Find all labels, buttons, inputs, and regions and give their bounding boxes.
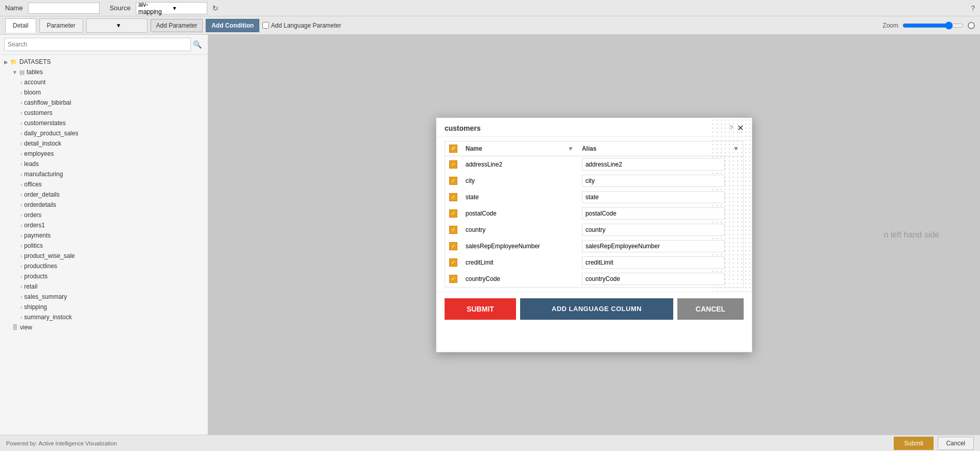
tree-item-manufacturing[interactable]: › manufacturing [16, 169, 208, 179]
search-icon[interactable]: 🔍 [191, 39, 204, 50]
bottom-bar: Powered by: Active Intelligence Visualiz… [0, 435, 980, 451]
row-checkbox-2[interactable]: ✓ [449, 193, 457, 201]
row-checkbox-3[interactable]: ✓ [449, 209, 457, 218]
tree-item-offices[interactable]: › offices [16, 179, 208, 189]
name-input[interactable] [28, 3, 100, 14]
tree-item-bloom[interactable]: › bloom [16, 87, 208, 98]
row-alias-input-1[interactable] [582, 175, 725, 187]
tree-item-products[interactable]: › products [16, 271, 208, 281]
search-input[interactable] [4, 38, 191, 51]
row-check-cell: ✓ [445, 173, 461, 189]
row-check-cell: ✓ [445, 222, 461, 238]
tables-item[interactable]: ▼ ▤ tables [8, 67, 208, 77]
item-label: customers [24, 109, 52, 116]
header-checkbox[interactable]: ✓ [449, 145, 457, 153]
zoom-slider[interactable] [902, 21, 964, 30]
bottom-actions: Submit Cancel [894, 437, 974, 450]
tree-item-customerstates[interactable]: › customerstates [16, 118, 208, 128]
tree-item-politics[interactable]: › politics [16, 241, 208, 251]
row-alias-input-3[interactable] [582, 207, 725, 220]
tab-dropdown[interactable]: ▾ [86, 18, 148, 33]
tree-item-orders[interactable]: › orders [16, 210, 208, 220]
modal-help-icon[interactable]: ? [729, 124, 733, 132]
modal-overlay: customers ? ✕ ✓ [208, 35, 980, 435]
table-inner[interactable]: ✓ Name ▼ [445, 141, 743, 287]
row-name-text: creditLimit [465, 259, 494, 266]
tree-item-customers[interactable]: › customers [16, 108, 208, 118]
arrow-icon-tables: ▼ [12, 69, 17, 75]
tree-item-product_wise_sale[interactable]: › product_wise_sale [16, 251, 208, 261]
help-icon[interactable]: ? [971, 4, 975, 12]
tree-item-productlines[interactable]: › productlines [16, 261, 208, 271]
arrow-icon-item: › [20, 284, 22, 290]
row-checkbox-7[interactable]: ✓ [449, 275, 457, 283]
row-alias-input-7[interactable] [582, 273, 725, 285]
row-checkbox-1[interactable]: ✓ [449, 177, 457, 185]
modal-close-icon[interactable]: ✕ [737, 124, 744, 132]
row-name-cell: state [461, 189, 564, 205]
table-row: ✓ postalCode [445, 205, 743, 222]
submit-modal-button[interactable]: SUBMIT [445, 298, 516, 320]
tree-item-employees[interactable]: › employees [16, 149, 208, 159]
row-checkbox-6[interactable]: ✓ [449, 258, 457, 267]
refresh-icon[interactable]: ↻ [212, 4, 218, 12]
row-alias-input-2[interactable] [582, 191, 725, 203]
add-language-parameter-checkbox[interactable] [262, 22, 269, 29]
item-label: account [24, 79, 45, 86]
bottom-cancel-button[interactable]: Cancel [938, 437, 974, 450]
modal-footer: SUBMIT ADD LANGUAGE COLUMN CANCEL [436, 292, 752, 326]
tree-item-detail_instock[interactable]: › detail_instock [16, 138, 208, 149]
row-alias-input-6[interactable] [582, 256, 725, 269]
row-name-cell: postalCode [461, 205, 564, 222]
table-row: ✓ city [445, 173, 743, 189]
columns-table: ✓ Name ▼ [445, 141, 743, 287]
tree-item-retail[interactable]: › retail [16, 281, 208, 292]
row-checkbox-4[interactable]: ✓ [449, 226, 457, 234]
arrow-icon-item: › [20, 304, 22, 310]
add-language-column-button[interactable]: ADD LANGUAGE COLUMN [520, 298, 673, 320]
folder-icon: 📁 [10, 59, 17, 65]
row-alias-input-5[interactable] [582, 240, 725, 252]
name-filter-icon[interactable]: ▼ [568, 145, 574, 152]
item-label: orderdetails [24, 201, 56, 208]
tree-item-leads[interactable]: › leads [16, 159, 208, 169]
tree-item-sales_summary[interactable]: › sales_summary [16, 292, 208, 302]
add-parameter-button[interactable]: Add Parameter [151, 19, 203, 32]
tree-item-payments[interactable]: › payments [16, 230, 208, 241]
alias-filter-icon[interactable]: ▼ [733, 145, 739, 152]
tree-item-order_details[interactable]: › order_details [16, 189, 208, 200]
row-alias-cell [578, 205, 729, 222]
tree-item-account[interactable]: › account [16, 77, 208, 87]
row-alias-cell [578, 254, 729, 271]
datasets-label: DATASETS [19, 58, 51, 65]
row-filter2-cell [729, 254, 743, 271]
row-alias-input-4[interactable] [582, 224, 725, 236]
tab-detail[interactable]: Detail [5, 18, 36, 33]
view-item[interactable]: 🗄 view [8, 322, 208, 333]
tree-item-cashflow_bibirbal[interactable]: › cashflow_bibirbal [16, 98, 208, 108]
tree-item-orders1[interactable]: › orders1 [16, 220, 208, 230]
item-label: orders1 [24, 222, 45, 229]
row-checkbox-5[interactable]: ✓ [449, 242, 457, 250]
add-language-parameter-label[interactable]: Add Language Parameter [262, 22, 341, 29]
table-row: ✓ addressLine2 [445, 156, 743, 173]
arrow-icon-item: › [20, 90, 22, 96]
arrow-icon-item: › [20, 294, 22, 300]
tab-parameter[interactable]: Parameter [39, 18, 83, 33]
tree-item-shipping[interactable]: › shipping [16, 302, 208, 312]
main-layout: 🔍 ▶ 📁 DATASETS ▼ ▤ tables › account › bl… [0, 35, 980, 435]
tree-item-summary_instock[interactable]: › summary_instock [16, 312, 208, 322]
tree-item-orderdetails[interactable]: › orderdetails [16, 200, 208, 210]
datasets-group[interactable]: ▶ 📁 DATASETS [0, 57, 208, 67]
bottom-submit-button[interactable]: Submit [894, 437, 933, 450]
row-checkbox-0[interactable]: ✓ [449, 160, 457, 169]
item-label: order_details [24, 191, 59, 198]
tree-item-daily_product_sales[interactable]: › daily_product_sales [16, 128, 208, 138]
cancel-modal-button[interactable]: CANCEL [677, 298, 744, 320]
source-dropdown[interactable]: aiv-mapping ▾ [136, 2, 207, 14]
arrow-icon-item: › [20, 182, 22, 187]
row-filter2-cell [729, 156, 743, 173]
add-condition-button[interactable]: Add Condition [206, 19, 259, 32]
row-alias-input-0[interactable] [582, 158, 725, 171]
row-name-cell: country [461, 222, 564, 238]
